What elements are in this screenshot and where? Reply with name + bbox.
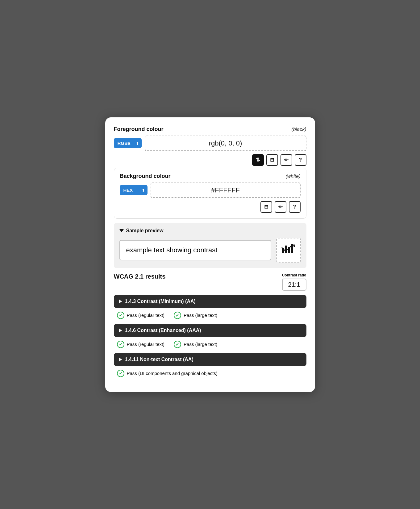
foreground-input-row: RGBa HEX HSL HSV	[114, 136, 306, 151]
background-format-select[interactable]: HEX RGBa HSL HSV	[120, 185, 148, 195]
criteria-label-1411: 1.4.11 Non-text Contrast (AA)	[125, 357, 193, 362]
criteria-header-1411[interactable]: 1.4.11 Non-text Contrast (AA)	[114, 353, 306, 366]
pass-icon-146-regular: ✓	[117, 341, 124, 348]
background-tools-row: ⊟ ✏ ?	[120, 201, 301, 213]
wcag-title: WCAG 2.1 results	[114, 273, 166, 280]
sample-preview-label: Sample preview	[126, 228, 164, 233]
background-format-wrapper[interactable]: HEX RGBa HSL HSV	[120, 185, 148, 195]
background-section: Background colour (white) HEX RGBa HSL H…	[114, 168, 306, 219]
expand-icon-1411	[119, 357, 122, 362]
contrast-ratio-label: Contrast ratio	[282, 273, 306, 277]
expand-icon-146	[119, 328, 122, 333]
bg-help-button[interactable]: ?	[289, 201, 301, 213]
swap-button[interactable]: ⇅	[252, 154, 264, 166]
pass-icon-large: ✓	[174, 312, 181, 319]
sample-preview-section: Sample preview example text showing cont…	[114, 223, 306, 268]
pass-icon-regular: ✓	[117, 312, 124, 319]
pass-item-146-regular: ✓ Pass (regular text)	[117, 341, 165, 348]
contrast-ratio-box: Contrast ratio 21:1	[282, 273, 306, 291]
criteria-block-1411: 1.4.11 Non-text Contrast (AA) ✓ Pass (UI…	[114, 353, 306, 379]
pass-label-1411-ui: Pass (UI components and graphical object…	[127, 371, 218, 376]
pass-label-large: Pass (large text)	[184, 313, 217, 318]
foreground-header: Foreground colour (black)	[114, 126, 306, 133]
pass-label-146-regular: Pass (regular text)	[127, 342, 165, 347]
foreground-value-input[interactable]	[145, 136, 306, 151]
bg-sliders-button[interactable]: ⊟	[260, 201, 272, 213]
foreground-section: Foreground colour (black) RGBa HEX HSL H…	[114, 126, 306, 166]
preview-text-box: example text showing contrast	[119, 240, 271, 260]
help-button[interactable]: ?	[295, 154, 306, 166]
svg-rect-1	[285, 246, 287, 253]
criteria-label-143: 1.4.3 Contrast (Minimum) (AA)	[125, 299, 196, 304]
pass-icon-1411-ui: ✓	[117, 370, 124, 377]
criteria-block-146: 1.4.6 Contrast (Enhanced) (AAA) ✓ Pass (…	[114, 324, 306, 350]
background-title: Background colour	[120, 173, 171, 179]
pass-item-1411-ui: ✓ Pass (UI components and graphical obje…	[117, 370, 218, 377]
criteria-block-143: 1.4.3 Contrast (Minimum) (AA) ✓ Pass (re…	[114, 295, 306, 321]
pass-item-regular: ✓ Pass (regular text)	[117, 312, 165, 319]
preview-icon-box	[276, 238, 301, 263]
collapse-icon	[119, 229, 124, 232]
pass-label-regular: Pass (regular text)	[127, 313, 165, 318]
sample-preview-toggle[interactable]: Sample preview	[119, 228, 301, 233]
foreground-title: Foreground colour	[114, 126, 164, 133]
criteria-results-146: ✓ Pass (regular text) ✓ Pass (large text…	[114, 339, 306, 350]
foreground-format-select[interactable]: RGBa HEX HSL HSV	[114, 138, 142, 148]
pass-item-large: ✓ Pass (large text)	[174, 312, 217, 319]
criteria-header-146[interactable]: 1.4.6 Contrast (Enhanced) (AAA)	[114, 324, 306, 337]
preview-content: example text showing contrast	[119, 238, 301, 263]
chart-icon	[281, 242, 296, 258]
eyedropper-button[interactable]: ✏	[281, 154, 292, 166]
foreground-tools-row: ⇅ ⊟ ✏ ?	[114, 154, 306, 166]
expand-icon-143	[119, 299, 122, 304]
pass-icon-146-large: ✓	[174, 341, 181, 348]
background-input-row: HEX RGBa HSL HSV	[120, 183, 301, 198]
criteria-results-143: ✓ Pass (regular text) ✓ Pass (large text…	[114, 310, 306, 321]
preview-example-text: example text showing contrast	[126, 246, 218, 254]
foreground-color-name: (black)	[291, 127, 306, 132]
background-value-input[interactable]	[151, 183, 301, 198]
bg-eyedropper-button[interactable]: ✏	[275, 201, 286, 213]
criteria-label-146: 1.4.6 Contrast (Enhanced) (AAA)	[125, 328, 201, 333]
sliders-button[interactable]: ⊟	[266, 154, 278, 166]
background-color-name: (white)	[285, 174, 300, 179]
main-card: Foreground colour (black) RGBa HEX HSL H…	[105, 117, 315, 392]
background-header: Background colour (white)	[120, 173, 301, 179]
contrast-ratio-value: 21:1	[282, 279, 306, 291]
criteria-header-143[interactable]: 1.4.3 Contrast (Minimum) (AA)	[114, 295, 306, 308]
pass-label-146-large: Pass (large text)	[184, 342, 217, 347]
pass-item-146-large: ✓ Pass (large text)	[174, 341, 217, 348]
foreground-format-wrapper[interactable]: RGBa HEX HSL HSV	[114, 138, 142, 148]
chart-svg	[281, 242, 296, 255]
wcag-header-row: WCAG 2.1 results Contrast ratio 21:1	[114, 273, 306, 291]
criteria-results-1411: ✓ Pass (UI components and graphical obje…	[114, 368, 306, 379]
wcag-section: WCAG 2.1 results Contrast ratio 21:1 1.4…	[114, 273, 306, 379]
